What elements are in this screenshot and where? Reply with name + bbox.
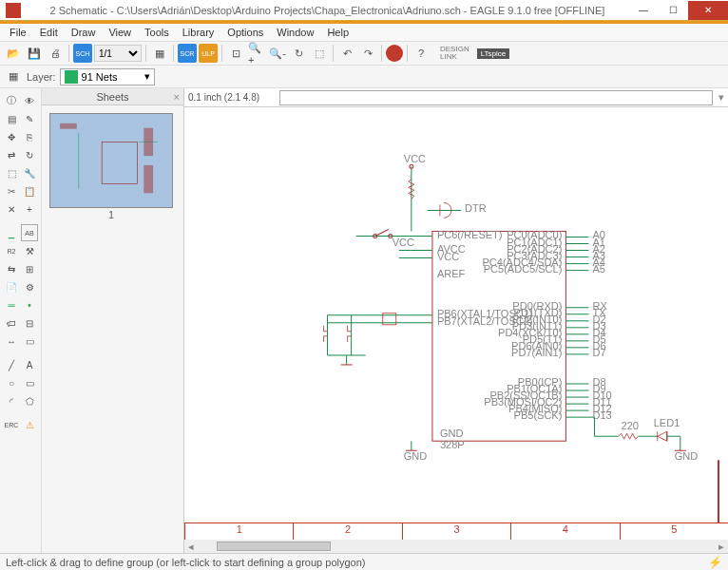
attribute-icon[interactable]: ⊟: [21, 314, 38, 332]
smash-icon[interactable]: ⚒: [21, 242, 38, 259]
zoom-in-icon[interactable]: 🔍+: [247, 44, 266, 63]
menu-window[interactable]: Window: [271, 25, 319, 40]
svg-text:PD7(AIN1): PD7(AIN1): [511, 347, 562, 358]
menu-library[interactable]: Library: [177, 25, 220, 40]
mirror-icon[interactable]: ⇄: [3, 146, 20, 163]
undo-icon[interactable]: ↶: [337, 44, 356, 63]
scroll-right-icon[interactable]: ▸: [715, 541, 728, 553]
text-icon[interactable]: A: [21, 356, 38, 373]
simulation-icon[interactable]: ⚡: [708, 556, 722, 569]
menu-view[interactable]: View: [103, 25, 137, 40]
layer-icon[interactable]: ▤: [3, 110, 20, 127]
polygon-icon[interactable]: ⬠: [21, 392, 38, 409]
paste-icon[interactable]: 📋: [21, 182, 38, 200]
command-dropdown-icon[interactable]: ▾: [718, 91, 724, 104]
junction-icon[interactable]: •: [21, 296, 38, 314]
copy-icon[interactable]: ⎘: [21, 128, 38, 145]
stop-icon[interactable]: [386, 45, 403, 62]
status-hint: Left-click & drag to define group (or le…: [6, 557, 365, 568]
canvas-area: 0.1 inch (2.1 4.8) ▾ GND 328P VCC DTR: [184, 88, 728, 553]
save-icon[interactable]: 💾: [25, 44, 44, 63]
group-icon[interactable]: ⬚: [3, 164, 20, 181]
svg-rect-5: [144, 128, 153, 156]
circle-icon[interactable]: ○: [3, 374, 20, 391]
separator: [145, 45, 146, 62]
invoke-icon[interactable]: ⚙: [21, 278, 38, 295]
schematic-canvas[interactable]: GND 328P VCC DTR PC6(/RESET): [184, 107, 728, 522]
svg-text:GND: GND: [675, 450, 699, 462]
gateswap-icon[interactable]: ⊞: [21, 260, 38, 277]
ruler-tick: 4: [510, 523, 619, 540]
zoom-select[interactable]: 1/1: [94, 45, 142, 62]
menu-help[interactable]: Help: [321, 25, 354, 40]
open-icon[interactable]: 📂: [4, 44, 23, 63]
zoom-select-icon[interactable]: ⬚: [310, 44, 329, 63]
replace-icon[interactable]: 📄: [3, 278, 20, 295]
zoom-redraw-icon[interactable]: ↻: [289, 44, 308, 63]
add-icon[interactable]: +: [21, 200, 38, 218]
show-icon[interactable]: 👁: [21, 92, 38, 109]
arc-icon[interactable]: ◜: [3, 392, 20, 409]
help-icon[interactable]: ?: [412, 44, 431, 63]
close-panel-icon[interactable]: ×: [174, 91, 180, 103]
redo-icon[interactable]: ↷: [358, 44, 377, 63]
ruler-tick: 5: [620, 523, 728, 540]
ltspice-logo[interactable]: LTspice: [477, 48, 510, 59]
delete-icon[interactable]: ✕: [3, 200, 20, 218]
print-icon[interactable]: 🖨: [46, 44, 65, 63]
status-bar: Left-click & drag to define group (or le…: [0, 553, 728, 570]
close-button[interactable]: ✕: [688, 1, 728, 20]
value-icon[interactable]: R2: [3, 242, 20, 259]
net-icon[interactable]: ⎯: [3, 224, 20, 241]
scrollbar-thumb[interactable]: [217, 542, 331, 551]
grid-icon[interactable]: ▦: [4, 67, 23, 86]
design-link-logo[interactable]: DESIGN LINK: [440, 46, 469, 61]
cut-icon[interactable]: ✂: [3, 182, 20, 200]
minimize-button[interactable]: —: [629, 1, 658, 20]
separator: [407, 45, 408, 62]
ruler-tick: 2: [293, 523, 401, 540]
svg-text:D7: D7: [592, 347, 605, 358]
board-icon[interactable]: ▦: [150, 44, 169, 63]
move-icon[interactable]: ✥: [3, 128, 20, 145]
label-icon[interactable]: 🏷: [3, 314, 20, 332]
svg-text:PC5(ADC5/SCL): PC5(ADC5/SCL): [484, 263, 563, 275]
info-icon[interactable]: ⓘ: [3, 92, 20, 109]
name-icon[interactable]: AB: [21, 224, 38, 241]
erc-button[interactable]: ERC: [3, 416, 20, 433]
menu-edit[interactable]: Edit: [34, 25, 64, 40]
menu-file[interactable]: File: [4, 25, 32, 40]
coordinate-readout: 0.1 inch (2.1 4.8): [188, 92, 274, 103]
wire-icon[interactable]: ╱: [3, 356, 20, 373]
maximize-button[interactable]: ☐: [659, 1, 687, 20]
cam-icon[interactable]: SCH: [73, 44, 92, 63]
bus-icon[interactable]: ═: [3, 296, 20, 314]
svg-rect-4: [60, 124, 77, 129]
sheets-panel: Sheets × 1: [42, 88, 184, 553]
menu-draw[interactable]: Draw: [66, 25, 102, 40]
svg-line-18: [375, 229, 389, 236]
rect-icon[interactable]: ▭: [21, 374, 38, 391]
change-icon[interactable]: 🔧: [21, 164, 38, 181]
mark-icon[interactable]: ✎: [21, 110, 38, 127]
command-input[interactable]: [279, 90, 713, 105]
scroll-left-icon[interactable]: ◂: [184, 541, 198, 553]
scr-button[interactable]: SCR: [178, 44, 197, 63]
menu-options[interactable]: Options: [221, 25, 269, 40]
ulp-button[interactable]: ULP: [199, 44, 218, 63]
dimension-icon[interactable]: ↔: [3, 332, 20, 350]
chevron-down-icon: ▾: [144, 70, 150, 83]
module-icon[interactable]: ▭: [21, 332, 38, 350]
separator: [333, 45, 334, 62]
layer-select[interactable]: 91 Nets ▾: [60, 68, 155, 86]
errors-icon[interactable]: ⚠: [21, 416, 38, 433]
zoom-fit-icon[interactable]: ⊡: [226, 44, 245, 63]
rotate-icon[interactable]: ↻: [21, 146, 38, 163]
window-controls: — ☐ ✕: [628, 1, 728, 20]
zoom-out-icon[interactable]: 🔍-: [268, 44, 287, 63]
horizontal-scrollbar[interactable]: ◂ ▸: [184, 540, 728, 553]
menu-tools[interactable]: Tools: [139, 25, 175, 40]
sheet-thumbnail[interactable]: 1: [49, 113, 173, 208]
separator: [173, 45, 174, 62]
pinswap-icon[interactable]: ⇆: [3, 260, 20, 277]
